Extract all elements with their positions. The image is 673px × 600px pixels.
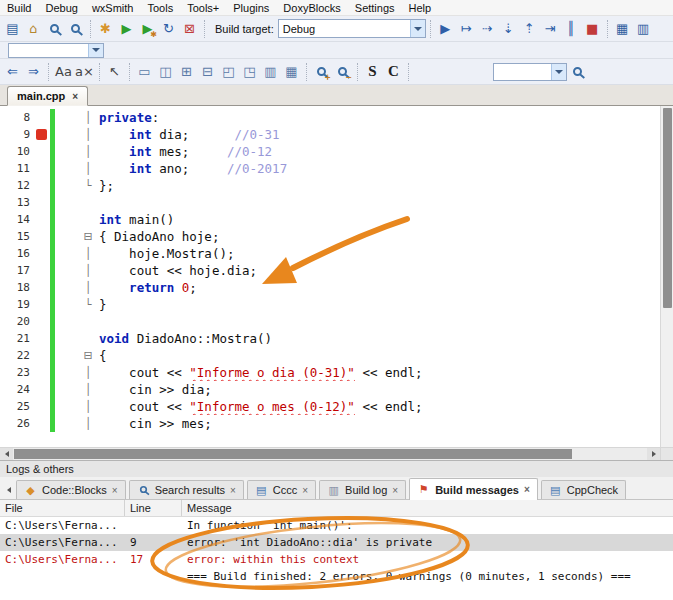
column-header-file[interactable]: File	[0, 500, 125, 516]
code-text[interactable]: cin >> mes;	[95, 415, 660, 432]
find-icon[interactable]	[44, 18, 65, 39]
incremental-search-combobox[interactable]	[493, 63, 567, 81]
symbol-c-icon[interactable]: C	[383, 61, 404, 82]
code-text[interactable]: return 0;	[95, 279, 660, 296]
focus-editor-icon[interactable]: ▥	[260, 61, 281, 82]
code-text[interactable]: hoje.Mostra();	[95, 245, 660, 262]
menu-item-settings[interactable]: Settings	[348, 1, 402, 15]
code-text[interactable]: cout << "Informe o mes (0-12)" << endl;	[95, 398, 660, 415]
line-number[interactable]: 9	[0, 126, 34, 143]
line-number[interactable]: 21	[0, 330, 34, 347]
zoom-out-icon[interactable]: −	[332, 61, 353, 82]
build-message-row-3[interactable]: C:\Users\Ferna...17error: within this co…	[0, 551, 673, 568]
code-text[interactable]: void DiadoAno::Mostra()	[95, 330, 660, 347]
menu-item-doxyblocks[interactable]: DoxyBlocks	[276, 1, 347, 15]
scroll-left-button[interactable]	[0, 448, 13, 460]
build-message-row-4[interactable]: === Build finished: 2 errors, 0 warnings…	[0, 568, 673, 585]
close-icon[interactable]: ×	[392, 485, 398, 496]
scope-combobox[interactable]	[8, 43, 104, 58]
menu-item-build[interactable]: Build	[0, 1, 38, 15]
search-button[interactable]	[567, 61, 588, 82]
step-out-icon[interactable]: ⇡	[519, 18, 540, 39]
code-text[interactable]: int mes; //0-12	[95, 143, 660, 160]
dropdown-arrow-icon[interactable]	[410, 20, 425, 37]
line-number[interactable]: 22	[0, 347, 34, 364]
view-manager-icon[interactable]: ◫	[155, 61, 176, 82]
find-in-files-icon[interactable]	[65, 18, 86, 39]
build-target-combobox[interactable]: Debug	[278, 19, 426, 38]
line-number[interactable]: 12	[0, 177, 34, 194]
log-tab-code-blocks[interactable]: ◆Code::Blocks×	[16, 480, 126, 499]
line-number[interactable]: 14	[0, 211, 34, 228]
code-text[interactable]: }	[95, 296, 660, 313]
fold-marker[interactable]: ⊟	[81, 347, 95, 364]
split-window-icon[interactable]: ◰	[218, 61, 239, 82]
symbol-s-icon[interactable]: S	[362, 61, 383, 82]
close-icon[interactable]: ×	[112, 485, 118, 496]
line-number[interactable]: 23	[0, 364, 34, 381]
scrollbar-track[interactable]	[13, 448, 647, 460]
view-statusbar-icon[interactable]: ⊟	[197, 61, 218, 82]
debugging-windows-icon[interactable]: ▦	[612, 18, 633, 39]
start-page-icon[interactable]: ⌂	[23, 18, 44, 39]
build-and-run-icon[interactable]: ▶✱	[137, 18, 158, 39]
breakpoint-margin[interactable]	[34, 126, 50, 143]
code-text[interactable]: private:	[95, 109, 660, 126]
view-start-page-icon[interactable]: ▭	[134, 61, 155, 82]
line-number[interactable]: 19	[0, 296, 34, 313]
menu-item-debug[interactable]: Debug	[38, 1, 84, 15]
run-to-cursor-icon[interactable]: ↦	[456, 18, 477, 39]
strip-spaces-icon[interactable]: a×	[74, 61, 95, 82]
breakpoint-margin[interactable]	[34, 364, 50, 381]
breakpoint-margin[interactable]	[34, 330, 50, 347]
stop-debugger-icon[interactable]: ■	[582, 18, 603, 39]
breakpoint-margin[interactable]	[34, 296, 50, 313]
menu-item-plugins[interactable]: Plugins	[226, 1, 276, 15]
line-number[interactable]: 16	[0, 245, 34, 262]
code-text[interactable]: cin >> dia;	[95, 381, 660, 398]
close-icon[interactable]: ×	[302, 485, 308, 496]
line-number[interactable]: 11	[0, 160, 34, 177]
line-number[interactable]: 20	[0, 313, 34, 330]
close-icon[interactable]: ×	[72, 91, 78, 102]
rebuild-icon[interactable]: ↻	[158, 18, 179, 39]
debug-info-icon[interactable]: ▥	[633, 18, 654, 39]
abort-build-icon[interactable]: ⊠	[179, 18, 200, 39]
line-number[interactable]: 26	[0, 415, 34, 432]
line-number[interactable]: 25	[0, 398, 34, 415]
close-icon[interactable]: ×	[524, 484, 530, 495]
breakpoint-margin[interactable]	[34, 211, 50, 228]
scroll-right-button[interactable]	[647, 448, 660, 460]
view-logs-icon[interactable]: ⊞	[176, 61, 197, 82]
debug-continue-icon[interactable]: ▶	[435, 18, 456, 39]
tabs-scroll-left-button[interactable]	[2, 480, 16, 499]
breakpoint-margin[interactable]	[34, 160, 50, 177]
menu-item-wxsmith[interactable]: wxSmith	[85, 1, 141, 15]
code-text[interactable]: int ano; //0-2017	[95, 160, 660, 177]
breakpoint-margin[interactable]	[34, 245, 50, 262]
breakpoint-margin[interactable]	[34, 194, 50, 211]
breakpoint-margin[interactable]	[34, 313, 50, 330]
line-number[interactable]: 8	[0, 109, 34, 126]
next-instruction-icon[interactable]: ⇥	[540, 18, 561, 39]
breakpoint-margin[interactable]	[34, 109, 50, 126]
line-number[interactable]: 17	[0, 262, 34, 279]
log-tab-search-results[interactable]: Search results×	[129, 480, 244, 499]
log-tab-build-log[interactable]: ▥Build log×	[319, 480, 406, 499]
build-message-row-2[interactable]: C:\Users\Ferna...9error: 'int DiadoAno::…	[0, 534, 673, 551]
menu-item-help[interactable]: Help	[402, 1, 439, 15]
zoom-in-icon[interactable]: +	[311, 61, 332, 82]
code-text[interactable]: };	[95, 177, 660, 194]
menu-item-tools[interactable]: Tools+	[180, 1, 226, 15]
log-tab-cccc[interactable]: ▤Cccc×	[247, 480, 316, 499]
column-header-line[interactable]: Line	[125, 500, 182, 516]
code-text[interactable]: int dia; //0-31	[95, 126, 660, 143]
breakpoint-margin[interactable]	[34, 279, 50, 296]
breakpoint-margin[interactable]	[34, 415, 50, 432]
column-header-message[interactable]: Message	[182, 500, 673, 516]
scrollbar-thumb[interactable]	[663, 108, 672, 308]
breakpoint-margin[interactable]	[34, 262, 50, 279]
run-icon[interactable]: ▶	[116, 18, 137, 39]
code-text[interactable]: int main()	[95, 211, 660, 228]
code-text[interactable]: {	[95, 347, 660, 364]
